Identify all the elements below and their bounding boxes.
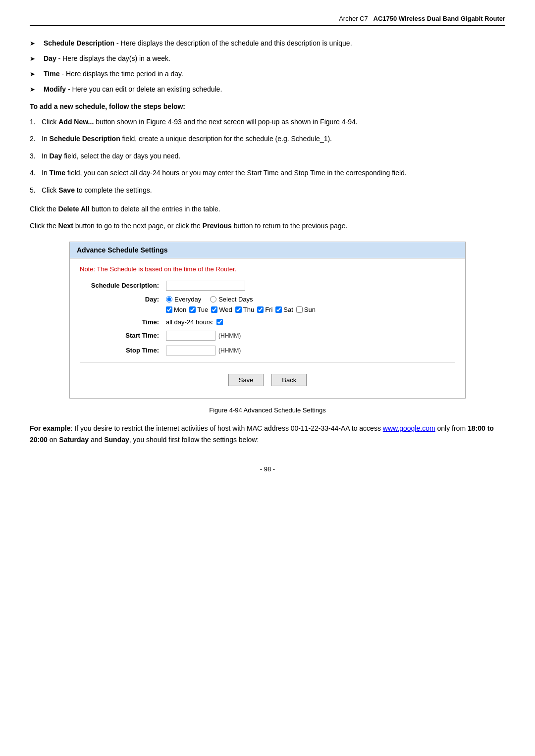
save-button[interactable]: Save <box>228 374 264 386</box>
wed-checkbox-label[interactable]: Wed <box>211 306 232 313</box>
wed-label: Wed <box>219 306 232 313</box>
desc-modify: - Here you can edit or delete an existin… <box>68 85 222 93</box>
tue-checkbox-label[interactable]: Tue <box>189 306 208 313</box>
select-days-radio[interactable] <box>210 296 216 302</box>
steps-header: To add a new schedule, follow the steps … <box>30 102 505 110</box>
mon-checkbox-label[interactable]: Mon <box>166 306 186 313</box>
mon-checkbox[interactable] <box>166 306 172 313</box>
arrow-icon: ➤ <box>30 39 38 49</box>
desc-time: - Here displays the time period in a day… <box>61 70 183 78</box>
term-time: Time <box>44 70 59 78</box>
everyday-label: Everyday <box>174 296 201 303</box>
stop-time-value: (HHMM) <box>166 346 241 355</box>
step-text: In Schedule Description field, create a … <box>42 133 332 144</box>
step-number: 2. <box>30 133 42 144</box>
select-days-radio-label[interactable]: Select Days <box>210 296 253 303</box>
thu-checkbox-label[interactable]: Thu <box>235 306 254 313</box>
start-hhmm-label: (HHMM) <box>218 332 241 339</box>
step-number: 3. <box>30 151 42 161</box>
list-item: ➤ Modify - Here you can edit or delete a… <box>30 84 505 95</box>
page-number-text: - 98 - <box>260 465 275 473</box>
day-radio-group: Everyday Select Days <box>166 296 253 303</box>
feature-bullet-list: ➤ Schedule Description - Here displays t… <box>30 38 505 95</box>
step-text: In Day field, select the day or days you… <box>42 151 180 161</box>
day-checkboxes-row: Mon Tue Wed Thu Fri <box>166 306 455 313</box>
schedule-description-row: Schedule Description: <box>80 281 455 291</box>
time-row: Time: all day-24 hours: <box>80 318 455 326</box>
arrow-icon: ➤ <box>30 54 38 64</box>
start-time-input[interactable] <box>166 331 215 341</box>
list-item: ➤ Schedule Description - Here displays t… <box>30 38 505 49</box>
schedule-divider <box>80 362 455 363</box>
sun-checkbox[interactable] <box>296 306 303 313</box>
thu-label: Thu <box>243 306 254 313</box>
page-number: - 98 - <box>30 465 505 473</box>
schedule-title-bar: Advance Schedule Settings <box>70 242 465 258</box>
fri-checkbox-label[interactable]: Fri <box>257 306 272 313</box>
start-time-label: Start Time: <box>80 332 159 339</box>
item-text: Schedule Description - Here displays the… <box>44 38 352 49</box>
term-day: Day <box>44 54 56 62</box>
back-button[interactable]: Back <box>271 374 307 386</box>
step-3: 3. In Day field, select the day or days … <box>30 151 505 161</box>
example-paragraph: For example: If you desire to restrict t… <box>30 423 505 446</box>
figure-caption: Figure 4-94 Advanced Schedule Settings <box>30 406 505 414</box>
time-label: Time: <box>80 318 159 326</box>
schedule-description-input[interactable] <box>166 281 245 291</box>
schedule-description-value <box>166 281 245 291</box>
delete-all-para: Click the Delete All button to delete al… <box>30 203 505 214</box>
schedule-body: Note: The Schedule is based on the time … <box>70 258 465 398</box>
everyday-radio[interactable] <box>166 296 172 302</box>
step-1: 1. Click Add New... button shown in Figu… <box>30 116 505 127</box>
arrow-icon: ➤ <box>30 85 38 95</box>
term-schedule-description: Schedule Description <box>44 39 114 47</box>
step-4: 4. In Time field, you can select all day… <box>30 167 505 178</box>
schedule-settings-box: Advance Schedule Settings Note: The Sche… <box>69 242 466 399</box>
item-text: Day - Here displays the day(s) in a week… <box>44 53 170 64</box>
wed-checkbox[interactable] <box>211 306 217 313</box>
item-text: Modify - Here you can edit or delete an … <box>44 84 222 95</box>
tue-label: Tue <box>197 306 208 313</box>
step-number: 5. <box>30 185 42 196</box>
item-text: Time - Here displays the time period in … <box>44 69 183 79</box>
sat-checkbox[interactable] <box>275 306 282 313</box>
numbered-steps: 1. Click Add New... button shown in Figu… <box>30 116 505 196</box>
tue-checkbox[interactable] <box>189 306 196 313</box>
step-text: Click Save to complete the settings. <box>42 185 152 196</box>
all-day-label: all day-24 hours: <box>166 318 214 326</box>
step-2: 2. In Schedule Description field, create… <box>30 133 505 144</box>
stop-hhmm-label: (HHMM) <box>218 347 241 354</box>
start-time-value: (HHMM) <box>166 331 241 341</box>
sat-checkbox-label[interactable]: Sat <box>275 306 293 313</box>
start-time-row: Start Time: (HHMM) <box>80 331 455 341</box>
product-name: AC1750 Wireless Dual Band Gigabit Router <box>374 15 505 22</box>
next-para: Click the Next button to go to the next … <box>30 220 505 231</box>
select-days-label: Select Days <box>218 296 253 303</box>
schedule-title: Advance Schedule Settings <box>77 246 168 254</box>
all-day-checkbox[interactable] <box>216 319 223 325</box>
stop-time-label: Stop Time: <box>80 347 159 354</box>
step-5: 5. Click Save to complete the settings. <box>30 185 505 196</box>
sun-checkbox-label[interactable]: Sun <box>296 306 316 313</box>
model-name: Archer C7 <box>339 15 368 22</box>
list-item: ➤ Day - Here displays the day(s) in a we… <box>30 53 505 64</box>
step-number: 4. <box>30 167 42 178</box>
everyday-radio-label[interactable]: Everyday <box>166 296 201 303</box>
stop-time-input[interactable] <box>166 346 215 355</box>
mon-label: Mon <box>174 306 186 313</box>
sat-label: Sat <box>283 306 293 313</box>
desc-day: - Here displays the day(s) in a week. <box>58 54 170 62</box>
google-link[interactable]: www.google.com <box>383 424 435 432</box>
fri-label: Fri <box>265 306 272 313</box>
time-value: all day-24 hours: <box>166 318 223 326</box>
schedule-note: Note: The Schedule is based on the time … <box>80 265 455 273</box>
schedule-description-label: Schedule Description: <box>80 282 159 289</box>
desc-schedule-description: - Here displays the description of the s… <box>116 39 352 47</box>
sun-label: Sun <box>304 306 316 313</box>
thu-checkbox[interactable] <box>235 306 242 313</box>
schedule-buttons: Save Back <box>80 370 455 390</box>
day-row: Day: Everyday Select Days <box>80 296 455 303</box>
stop-time-row: Stop Time: (HHMM) <box>80 346 455 355</box>
fri-checkbox[interactable] <box>257 306 264 313</box>
step-text: In Time field, you can select all day-24… <box>42 167 407 178</box>
